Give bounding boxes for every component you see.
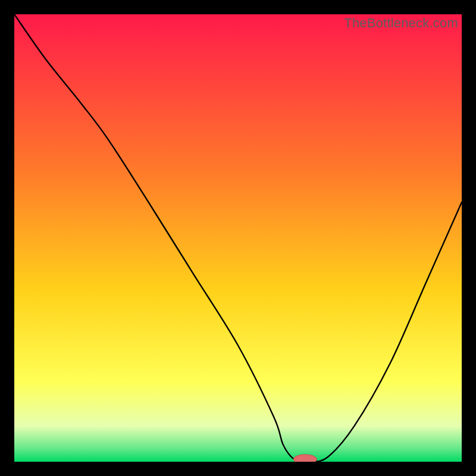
- watermark-text: TheBottleneck.com: [344, 15, 458, 31]
- bottleneck-chart: [14, 14, 462, 462]
- chart-frame: TheBottleneck.com: [14, 14, 462, 462]
- optimal-marker: [293, 455, 317, 462]
- gradient-background: [14, 14, 462, 462]
